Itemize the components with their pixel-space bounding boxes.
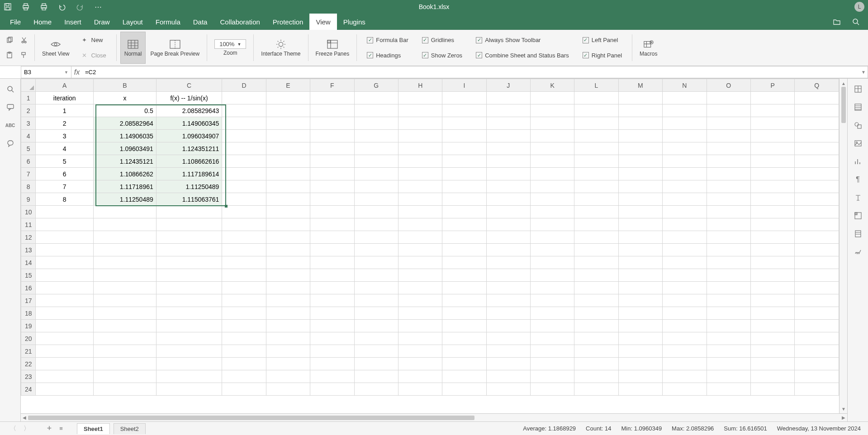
col-header-I[interactable]: I — [442, 79, 486, 92]
cell[interactable] — [795, 142, 839, 155]
cell[interactable] — [310, 282, 354, 294]
tab-protection[interactable]: Protection — [266, 14, 310, 30]
cell[interactable] — [707, 142, 750, 155]
cell[interactable] — [354, 383, 398, 396]
cell[interactable] — [156, 231, 222, 244]
cell[interactable] — [663, 269, 707, 282]
cell[interactable] — [707, 332, 750, 345]
scroll-down-icon[interactable]: ▼ — [840, 405, 847, 412]
cell[interactable] — [618, 370, 662, 383]
cell[interactable] — [156, 307, 222, 320]
cell[interactable] — [354, 92, 398, 104]
cell[interactable] — [310, 180, 354, 193]
cell[interactable] — [530, 117, 574, 130]
cell[interactable] — [156, 218, 222, 231]
cell[interactable] — [663, 294, 707, 307]
cell[interactable] — [442, 370, 486, 383]
cell[interactable] — [354, 206, 398, 218]
cell[interactable] — [486, 104, 530, 117]
cell[interactable] — [486, 180, 530, 193]
cell[interactable] — [574, 193, 618, 206]
cell[interactable] — [530, 104, 574, 117]
cell[interactable] — [530, 155, 574, 168]
cell[interactable] — [156, 370, 222, 383]
cell[interactable] — [663, 345, 707, 358]
cell[interactable] — [310, 345, 354, 358]
cell[interactable] — [530, 92, 574, 104]
cell[interactable]: 1.096034907 — [156, 130, 222, 142]
cell[interactable] — [266, 193, 310, 206]
cell[interactable] — [486, 117, 530, 130]
cell[interactable] — [530, 269, 574, 282]
col-header-G[interactable]: G — [354, 79, 398, 92]
col-header-P[interactable]: P — [751, 79, 795, 92]
cell[interactable] — [707, 345, 750, 358]
cell[interactable] — [354, 244, 398, 256]
cell[interactable] — [707, 269, 750, 282]
cell[interactable] — [663, 155, 707, 168]
cell[interactable] — [574, 244, 618, 256]
cell[interactable] — [707, 104, 750, 117]
cell[interactable] — [751, 244, 795, 256]
cell[interactable] — [354, 117, 398, 130]
cell[interactable] — [574, 358, 618, 370]
cell[interactable] — [795, 307, 839, 320]
add-sheet-icon[interactable]: + — [45, 425, 53, 433]
cell[interactable] — [222, 155, 266, 168]
cell[interactable] — [94, 256, 157, 269]
col-header-F[interactable]: F — [310, 79, 354, 92]
cell[interactable] — [36, 307, 94, 320]
cell[interactable]: 4 — [36, 142, 94, 155]
cell[interactable] — [266, 206, 310, 218]
user-avatar[interactable]: L — [854, 2, 864, 12]
cell[interactable] — [398, 332, 442, 345]
cell[interactable] — [751, 383, 795, 396]
cell[interactable] — [707, 155, 750, 168]
cell[interactable] — [266, 180, 310, 193]
cell[interactable] — [156, 256, 222, 269]
col-header-Q[interactable]: Q — [795, 79, 839, 92]
cell[interactable] — [222, 92, 266, 104]
cell[interactable] — [795, 294, 839, 307]
cell[interactable] — [442, 218, 486, 231]
row-header-15[interactable]: 15 — [21, 269, 36, 282]
cell[interactable] — [618, 117, 662, 130]
cell[interactable] — [707, 358, 750, 370]
cell[interactable] — [266, 358, 310, 370]
cell[interactable] — [156, 345, 222, 358]
row-header-3[interactable]: 3 — [21, 117, 36, 130]
cell[interactable] — [751, 117, 795, 130]
cell[interactable] — [354, 269, 398, 282]
cell[interactable]: 1.124351211 — [156, 142, 222, 155]
cell[interactable] — [36, 231, 94, 244]
cell[interactable] — [574, 155, 618, 168]
col-header-C[interactable]: C — [156, 79, 222, 92]
cell[interactable] — [222, 370, 266, 383]
cell[interactable] — [530, 180, 574, 193]
zoom-button[interactable]: 100%▼ Zoom — [211, 32, 250, 64]
cell[interactable] — [530, 142, 574, 155]
cell[interactable] — [442, 206, 486, 218]
cell[interactable] — [530, 256, 574, 269]
cell[interactable] — [618, 206, 662, 218]
undo-icon[interactable] — [58, 3, 66, 11]
row-header-1[interactable]: 1 — [21, 92, 36, 104]
cell[interactable] — [36, 294, 94, 307]
cell[interactable] — [398, 142, 442, 155]
cell[interactable] — [398, 244, 442, 256]
cell[interactable] — [310, 358, 354, 370]
cell[interactable] — [574, 345, 618, 358]
cell[interactable] — [398, 345, 442, 358]
pivot-icon[interactable] — [854, 212, 862, 220]
cell[interactable] — [486, 307, 530, 320]
cell[interactable] — [707, 244, 750, 256]
cell[interactable] — [663, 142, 707, 155]
cell[interactable] — [618, 180, 662, 193]
cell[interactable] — [618, 358, 662, 370]
cell[interactable] — [442, 92, 486, 104]
cell[interactable] — [398, 155, 442, 168]
cell[interactable] — [354, 180, 398, 193]
cell[interactable] — [795, 130, 839, 142]
theme-button[interactable]: Interface Theme — [257, 32, 304, 64]
cell[interactable] — [222, 358, 266, 370]
